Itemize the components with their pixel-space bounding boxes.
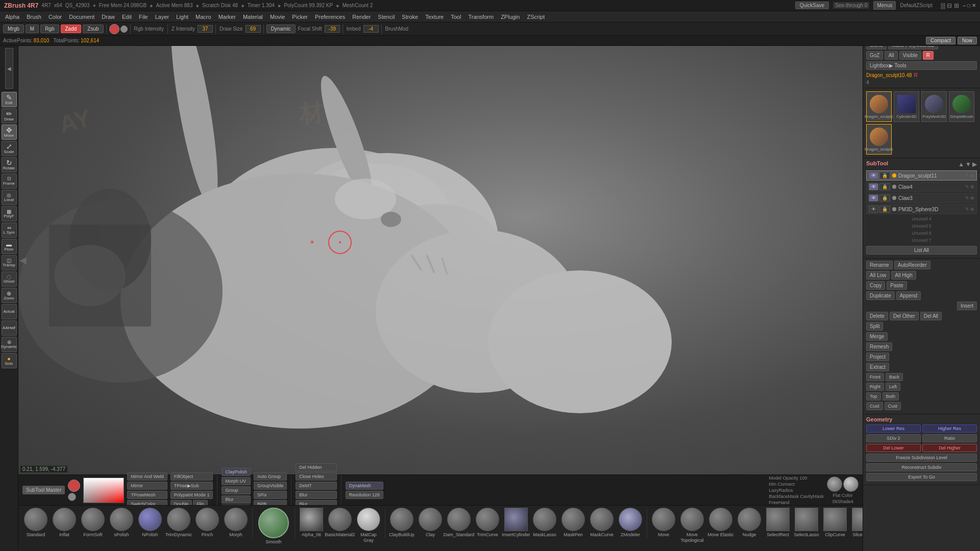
focal-shift-value[interactable]: -39 [325,25,340,33]
cust2-button[interactable]: Cust [885,402,901,410]
subtool-paste-button[interactable]: Paste [887,281,907,290]
brush-basicmat[interactable]: BasicMaterial2 [327,508,353,538]
morph-uv-button[interactable]: Morph UV [222,477,251,485]
del-higher-button[interactable]: Del Higher [922,444,977,452]
subtool-claw3[interactable]: 👁 🔒 Claw3 ✎ ⊕ [866,193,977,203]
brush-move-elastic[interactable]: Move Elastic [707,508,734,538]
extract-button[interactable]: Extract [866,363,889,371]
menu-file[interactable]: File [136,13,151,21]
menu-tool[interactable]: Tool [448,13,464,21]
spix-button[interactable]: SPix [254,491,287,499]
brush-slicecurve[interactable]: SliceCurve [850,508,863,538]
brush-formsoft[interactable]: FormSoft [80,508,106,538]
menu-texture[interactable]: Texture [422,13,447,21]
auto-group-button[interactable]: Auto Group [254,472,287,481]
blur-button[interactable]: Blur [296,491,337,499]
subtool-lock-sphere[interactable]: 🔒 [879,206,890,213]
close-holes-button[interactable]: Close Holes [296,472,337,481]
menu-picker[interactable]: Picker [289,13,311,21]
menu-alpha[interactable]: Alpha [2,13,22,21]
all-button[interactable]: All [885,51,897,60]
menu-material[interactable]: Material [240,13,266,21]
menu-zscript[interactable]: ZScript [524,13,548,21]
subtool-icon-claw3[interactable]: ✎ [965,195,969,201]
merge-button[interactable]: Merge [866,332,888,341]
solo-tool[interactable]: ● Solo [2,353,17,368]
left-button[interactable]: Left [886,383,900,391]
now-button[interactable]: Now [958,37,977,44]
flat-color-preview[interactable] [827,477,842,492]
brush-alpha[interactable]: Alpha_06 [298,508,325,538]
subtool-lock-claw4[interactable]: 🔒 [879,183,890,190]
subtool-icon2-claw3[interactable]: ⊕ [970,195,974,201]
subtool-icon-claw4[interactable]: ✎ [965,184,969,189]
subtool-icon-1[interactable]: ✎ [965,173,969,178]
menu-edit[interactable]: Edit [119,13,135,21]
menu-macro[interactable]: Macro [192,13,214,21]
brush-clipcurve[interactable]: ClipCurve [822,508,848,538]
menu-zplugin[interactable]: ZPlugin [498,13,523,21]
menu-light[interactable]: Light [173,13,191,21]
brush-claybuild[interactable]: ClayBuildUp [388,508,415,538]
all-low-button[interactable]: All Low [866,271,890,280]
r-button[interactable]: R [923,51,934,60]
brush-maskcurve[interactable]: MaskCurve [589,508,615,538]
resolution-button[interactable]: Resolution 128 [346,491,383,499]
mirror-button[interactable]: Mirror [127,482,167,490]
mirror-and-weld-button[interactable]: Mirror And Weld [127,472,167,481]
freeze-subdiv-button[interactable]: Freeze Subdivision Level [866,454,977,462]
m-toggle[interactable]: M [26,24,39,33]
dynamic2-tool[interactable]: ⊛ Dynamic [2,337,17,352]
brush-trimdynamic[interactable]: TrimDynamic [165,508,192,538]
actual-tool[interactable]: Actual [2,304,17,319]
polyf-tool[interactable]: ▦ PolyF [2,206,17,221]
secondary-color-swatch[interactable] [120,26,128,33]
brush-selectlasso[interactable]: SelectLasso [793,508,820,538]
tool-thumb-dragon1[interactable]: Dragon_sculpt1 [866,91,892,122]
viewport-arrow-left[interactable]: ◀ [19,255,27,266]
subtool-eye-claw3[interactable]: 👁 [869,194,878,202]
z-intensity-value[interactable]: 37 [198,25,213,33]
reconstruct-subdiv-button[interactable]: Reconstruct Subdiv [866,463,977,471]
menu-brush[interactable]: Brush [23,13,44,21]
subtool-eye-dragon-sculpt11[interactable]: 👁 [869,172,878,179]
subtool-icon2-sphere[interactable]: ⊕ [970,207,974,212]
subtool-icon2-claw4[interactable]: ⊕ [970,184,974,189]
menu-stroke[interactable]: Stroke [399,13,421,21]
brush-masklasso[interactable]: MaskLasso [531,508,558,538]
menu-color[interactable]: Color [45,13,65,21]
subtool-copy-button[interactable]: Copy [866,281,885,290]
claypolish-button[interactable]: ClayPolish [222,468,251,476]
aahalf-tool[interactable]: AAHalf [2,320,17,336]
subtool-pm3d-sphere3d[interactable]: 👁 🔒 PM3D_Sphere3D ✎ ⊕ [866,204,977,214]
menu-marker[interactable]: Marker [215,13,239,21]
brush-spolish[interactable]: sPolish [108,508,135,538]
brush-move-topological[interactable]: Move Topological [679,508,705,543]
delmt-button[interactable]: DeMT [296,482,337,490]
large-primary-swatch[interactable] [68,480,80,492]
rename-button[interactable]: Rename [866,261,893,269]
subtool-add-arrow[interactable]: ▶ [972,161,977,168]
sdiv2-button[interactable]: SDiv 2 [866,434,921,442]
back-button[interactable]: Back [886,373,903,381]
auto-reorder-button[interactable]: AutoReorder [894,261,930,269]
brush-move[interactable]: Move [650,508,677,538]
ghost-tool[interactable]: ◌ Ghost [2,271,17,287]
subtool-lock-dragon-sculpt11[interactable]: 🔒 [879,172,890,179]
menu-preferences[interactable]: Preferences [312,13,348,21]
subtool-icon-2[interactable]: ⊕ [970,173,974,178]
rgb-toggle[interactable]: Rgb [40,24,59,33]
brush-pinch[interactable]: Pinch [194,508,220,538]
ratio-button[interactable]: Ratio [922,434,977,442]
move-tool[interactable]: ✥ Move [2,124,17,140]
del-other-button[interactable]: Del Other [890,312,919,320]
brush-inflat[interactable]: Inflat [51,508,78,538]
menu-transform[interactable]: Transform [465,13,497,21]
subtool-dragon-sculpt11[interactable]: 👁 🔒 Dragon_sculpt11 ✎ ⊕ [866,170,977,181]
tool-thumb-dragon1-2[interactable]: Dragon_sculpt1 [866,124,892,155]
brush-morph[interactable]: Morph [223,508,249,538]
window-controls[interactable]: – □ ✕ [963,3,976,8]
subtool-claw4[interactable]: 👁 🔒 Claw4 ✎ ⊕ [866,182,977,192]
dynamesh-button[interactable]: DynaMesh [346,482,383,490]
insert-button[interactable]: Insert [957,302,977,310]
